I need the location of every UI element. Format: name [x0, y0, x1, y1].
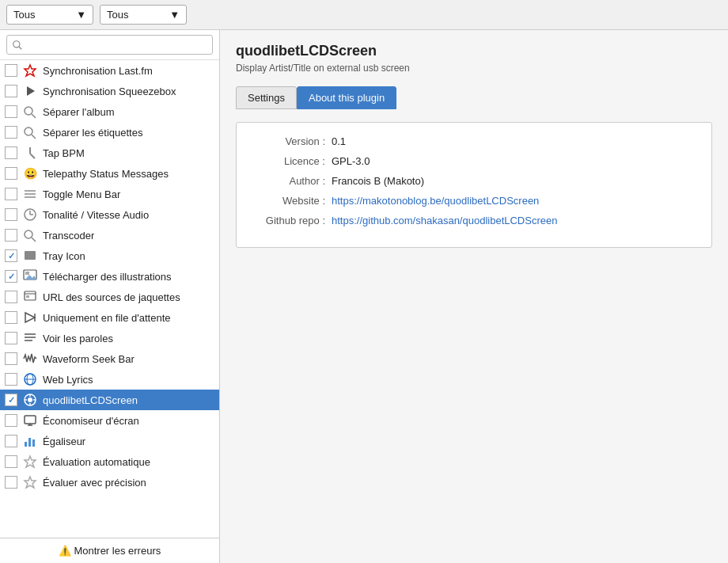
- checkbox-separer-etiquettes[interactable]: [5, 126, 17, 139]
- plugin-icon-web-lyrics: [22, 371, 38, 387]
- checkbox-tap-bpm[interactable]: [5, 146, 17, 159]
- warning-icon: ⚠️: [59, 545, 71, 557]
- plugin-label-web-lyrics: Web Lyrics: [43, 374, 93, 386]
- plugin-item-telecharger-illustrations[interactable]: Télécharger des illustrations: [0, 266, 219, 287]
- svg-marker-19: [25, 275, 36, 280]
- checkbox-telecharger-illustrations[interactable]: [5, 270, 17, 283]
- checkbox-evaluation-auto[interactable]: [5, 455, 17, 468]
- plugin-list: Synchronisation Last.fmSynchronisation S…: [0, 60, 219, 538]
- checkbox-transcoder[interactable]: [5, 229, 17, 242]
- svg-marker-43: [25, 456, 36, 467]
- checkbox-url-sources[interactable]: [5, 291, 17, 303]
- tab-settings[interactable]: Settings: [236, 86, 297, 109]
- svg-line-7: [30, 154, 35, 158]
- plugin-item-evaluation-auto[interactable]: Évaluation automatique: [0, 451, 219, 472]
- filter-dropdown-1-label: Tous: [13, 9, 35, 21]
- checkbox-telepathy-status[interactable]: [5, 167, 17, 180]
- svg-line-3: [32, 114, 36, 118]
- show-errors-label: Montrer les erreurs: [74, 545, 161, 557]
- version-label: Version :: [252, 135, 332, 147]
- svg-marker-1: [27, 86, 35, 96]
- plugin-item-uniquement-file[interactable]: Uniquement en file d'attente: [0, 307, 219, 328]
- checkbox-tonalite-vitesse[interactable]: [5, 208, 17, 221]
- plugin-icon-tonalite-vitesse: [22, 207, 38, 223]
- filter-dropdown-2[interactable]: Tous ▼: [100, 5, 187, 25]
- plugin-label-separer-etiquettes: Séparer les étiquettes: [43, 127, 142, 139]
- svg-marker-44: [25, 477, 36, 488]
- plugin-icon-transcoder: [22, 227, 38, 243]
- checkbox-quodlibetlcdscreen[interactable]: [5, 394, 17, 406]
- filter-dropdown-1[interactable]: Tous ▼: [6, 5, 93, 25]
- svg-rect-22: [26, 295, 29, 298]
- sidebar: Synchronisation Last.fmSynchronisation S…: [0, 30, 220, 563]
- plugin-item-telepathy-status[interactable]: 😀Telepathy Status Messages: [0, 163, 219, 184]
- licence-row: Licence : GPL-3.0: [252, 155, 696, 167]
- plugin-item-separer-etiquettes[interactable]: Séparer les étiquettes: [0, 122, 219, 143]
- plugin-icon-voir-paroles: [22, 330, 38, 346]
- svg-rect-42: [32, 439, 35, 447]
- plugin-icon-telecharger-illustrations: [22, 268, 38, 284]
- plugin-item-separer-album[interactable]: Séparer l'album: [0, 101, 219, 122]
- tab-about[interactable]: About this plugin: [297, 86, 396, 109]
- plugin-item-toggle-menu-bar[interactable]: Toggle Menu Bar: [0, 184, 219, 204]
- checkbox-uniquement-file[interactable]: [5, 311, 17, 324]
- svg-rect-37: [25, 416, 36, 424]
- plugin-label-voir-paroles: Voir les paroles: [43, 333, 113, 344]
- checkbox-web-lyrics[interactable]: [5, 373, 17, 386]
- website-link[interactable]: https://makotonoblog.be/quodlibetLCDScre…: [332, 195, 539, 207]
- plugin-label-tray-icon: Tray Icon: [43, 250, 85, 262]
- checkbox-waveform-seek-bar[interactable]: [5, 352, 17, 365]
- plugin-label-tonalite-vitesse: Tonalité / Vitesse Audio: [43, 209, 149, 221]
- checkbox-egaliseur[interactable]: [5, 435, 17, 447]
- plugin-label-toggle-menu-bar: Toggle Menu Bar: [43, 188, 120, 200]
- search-input[interactable]: [6, 35, 213, 55]
- app-container: Tous ▼ Tous ▼ Synchronisation Last.fmSyn…: [0, 0, 728, 563]
- plugin-item-waveform-seek-bar[interactable]: Waveform Seek Bar: [0, 348, 219, 369]
- plugin-item-synchronisation-lastfm[interactable]: Synchronisation Last.fm: [0, 60, 219, 81]
- checkbox-tray-icon[interactable]: [5, 249, 17, 262]
- plugin-item-tap-bpm[interactable]: Tap BPM: [0, 143, 219, 163]
- main-layout: Synchronisation Last.fmSynchronisation S…: [0, 30, 728, 563]
- plugin-icon-evaluation-auto: [22, 454, 38, 470]
- author-row: Author : Francois B (Makoto): [252, 175, 696, 187]
- website-row: Website : https://makotonoblog.be/quodli…: [252, 195, 696, 207]
- checkbox-separer-album[interactable]: [5, 105, 17, 118]
- svg-rect-40: [25, 442, 27, 447]
- plugin-label-quodlibetlcdscreen: quodlibetLCDScreen: [43, 394, 138, 406]
- version-value: 0.1: [332, 135, 346, 147]
- plugin-item-transcoder[interactable]: Transcoder: [0, 225, 219, 245]
- plugin-item-evaluer-precision[interactable]: Évaluer avec précision: [0, 472, 219, 493]
- plugin-item-economiseur-ecran[interactable]: Économiseur d'écran: [0, 410, 219, 431]
- checkbox-toggle-menu-bar[interactable]: [5, 188, 17, 200]
- plugin-item-tray-icon[interactable]: Tray Icon: [0, 245, 219, 266]
- author-label: Author :: [252, 175, 332, 187]
- plugin-icon-economiseur-ecran: [22, 413, 38, 428]
- checkbox-economiseur-ecran[interactable]: [5, 414, 17, 427]
- plugin-item-quodlibetlcdscreen[interactable]: quodlibetLCDScreen: [0, 390, 219, 410]
- plugin-item-voir-paroles[interactable]: Voir les paroles: [0, 328, 219, 348]
- checkbox-voir-paroles[interactable]: [5, 332, 17, 344]
- checkbox-synchronisation-squeezebox[interactable]: [5, 85, 17, 97]
- checkbox-evaluer-precision[interactable]: [5, 476, 17, 489]
- plugin-label-egaliseur: Égaliseur: [43, 436, 85, 447]
- plugin-item-tonalite-vitesse[interactable]: Tonalité / Vitesse Audio: [0, 204, 219, 225]
- github-link[interactable]: https://github.com/shakasan/quodlibetLCD…: [332, 215, 557, 226]
- website-label: Website :: [252, 195, 332, 207]
- show-errors-button[interactable]: ⚠️ Montrer les erreurs: [0, 538, 219, 563]
- svg-marker-0: [25, 65, 36, 76]
- search-box: [0, 30, 219, 60]
- plugin-item-synchronisation-squeezebox[interactable]: Synchronisation Squeezebox: [0, 81, 219, 101]
- svg-point-14: [25, 230, 32, 238]
- plugin-label-tap-bpm: Tap BPM: [43, 147, 85, 159]
- checkbox-synchronisation-lastfm[interactable]: [5, 64, 17, 77]
- licence-value: GPL-3.0: [332, 155, 370, 167]
- plugin-item-egaliseur[interactable]: Égaliseur: [0, 431, 219, 451]
- plugin-item-web-lyrics[interactable]: Web Lyrics: [0, 369, 219, 390]
- licence-label: Licence :: [252, 155, 332, 167]
- plugin-label-transcoder: Transcoder: [43, 230, 94, 242]
- plugin-item-url-sources[interactable]: URL des sources de jaquettes: [0, 287, 219, 307]
- plugin-label-economiseur-ecran: Économiseur d'écran: [43, 415, 139, 427]
- top-bar: Tous ▼ Tous ▼: [0, 0, 728, 30]
- plugin-icon-synchronisation-lastfm: [22, 63, 38, 78]
- plugin-icon-waveform-seek-bar: [22, 351, 38, 367]
